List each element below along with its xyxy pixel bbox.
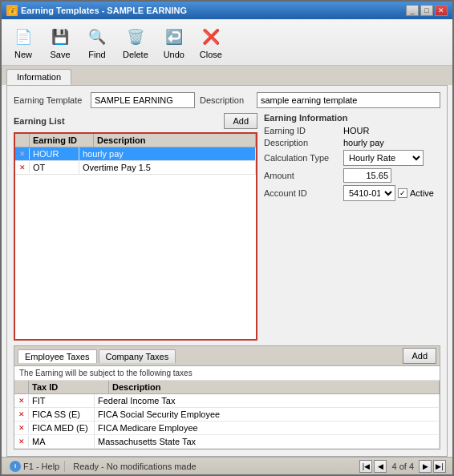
info-calc-label: Calculation Type <box>264 153 340 163</box>
main-content: Earning Template Description Earning Lis… <box>6 85 448 457</box>
nav-last-button[interactable]: ▶| <box>433 460 446 473</box>
earning-desc-cell: Overtime Pay 1.5 <box>79 161 256 174</box>
new-icon: 📄 <box>12 26 34 48</box>
title-bar-left: 💰 Earning Templates - SAMPLE EARNING <box>6 5 187 16</box>
tax-section: Employee Taxes Company Taxes Add The Ear… <box>14 345 440 450</box>
tax-note: The Earning will be subject to the follo… <box>14 366 440 381</box>
undo-button[interactable]: ↩️ Undo <box>157 22 191 63</box>
tax-delete-icon[interactable]: ✕ <box>14 436 29 447</box>
tax-list-item[interactable]: ✕ FIT Federal Income Tax <box>14 394 440 408</box>
tax-id-cell: FIT <box>29 394 95 407</box>
tax-delete-icon[interactable]: ✕ <box>14 395 29 406</box>
info-desc-value: hourly pay <box>343 138 384 147</box>
list-header: Earning ID Description <box>15 134 256 147</box>
app-icon: 💰 <box>6 5 18 16</box>
page-indicator: 4 of 4 <box>388 462 417 471</box>
tax-delete-icon[interactable]: ✕ <box>14 422 29 434</box>
list-item[interactable]: ✕ OT Overtime Pay 1.5 <box>15 161 256 175</box>
tax-id-cell: MA <box>29 435 95 448</box>
account-select[interactable]: 5410-01 <box>343 185 395 201</box>
template-input[interactable] <box>91 92 195 108</box>
status-text: Ready - No modifications made <box>68 462 353 471</box>
nav-prev-button[interactable]: ◀ <box>374 460 387 473</box>
calc-type-select[interactable]: Hourly Rate <box>343 150 424 166</box>
tax-list-item[interactable]: ✕ FICA SS (E) FICA Social Security Emplo… <box>14 408 440 422</box>
save-button[interactable]: 💾 Save <box>43 22 77 63</box>
tab-company-taxes[interactable]: Company Taxes <box>99 349 176 363</box>
list-item[interactable]: ✕ HOUR hourly pay <box>15 147 256 161</box>
help-icon: i <box>10 461 21 472</box>
template-label: Earning Template <box>14 95 86 105</box>
active-checkbox[interactable]: ✓ <box>398 188 407 198</box>
tax-desc-cell: Massachusetts State Tax <box>95 435 440 448</box>
find-label: Find <box>88 50 105 59</box>
tab-employee-taxes[interactable]: Employee Taxes <box>18 349 97 363</box>
info-amount-row: Amount <box>264 168 440 183</box>
nav-controls: |◀ ◀ 4 of 4 ▶ ▶| <box>356 460 449 473</box>
info-earning-id-row: Earning ID HOUR <box>264 126 440 135</box>
delete-button[interactable]: 🗑️ Delete <box>117 22 154 63</box>
help-text: F1 - Help <box>23 462 59 471</box>
col-tax-desc: Description <box>109 381 440 393</box>
tax-delete-icon[interactable]: ✕ <box>14 409 29 420</box>
col-tax-id: Tax ID <box>29 381 109 393</box>
tab-information[interactable]: Information <box>6 69 71 85</box>
info-earning-id-value: HOUR <box>343 126 369 135</box>
minimize-button[interactable]: _ <box>406 5 419 16</box>
earning-list-header: Earning List Add <box>14 113 257 129</box>
find-button[interactable]: 🔍 Find <box>80 22 114 63</box>
amount-input[interactable] <box>343 168 391 183</box>
status-bar: i F1 - Help Ready - No modifications mad… <box>2 457 452 474</box>
nav-next-button[interactable]: ▶ <box>419 460 432 473</box>
desc-input[interactable] <box>257 92 440 108</box>
new-button[interactable]: 📄 New <box>6 22 40 63</box>
undo-icon: ↩️ <box>163 26 185 48</box>
left-panel: Earning List Add Earning ID Description … <box>14 113 257 341</box>
new-label: New <box>14 50 32 59</box>
maximize-button[interactable]: □ <box>420 5 433 16</box>
tax-desc-cell: Federal Income Tax <box>95 394 440 407</box>
tax-tabs: Employee Taxes Company Taxes <box>18 349 176 363</box>
account-row: 5410-01 ✓ Active <box>343 185 434 201</box>
col-description: Description <box>94 134 256 147</box>
info-account-label: Account ID <box>264 188 340 198</box>
close-button[interactable]: ✕ <box>435 5 448 16</box>
tax-add-button[interactable]: Add <box>403 348 436 364</box>
row-delete-icon[interactable]: ✕ <box>15 162 30 173</box>
tax-list-item[interactable]: ✕ FICA MED (E) FICA Medicare Employee <box>14 422 440 435</box>
tax-list-item[interactable]: ✕ MA Massachusetts State Tax <box>14 435 440 449</box>
earning-info-header: Earning Information <box>264 113 440 123</box>
window-title: Earning Templates - SAMPLE EARNING <box>21 6 187 15</box>
tax-desc-cell: FICA Social Security Employee <box>95 408 440 421</box>
info-account-row: Account ID 5410-01 ✓ Active <box>264 185 440 201</box>
toolbar: 📄 New 💾 Save 🔍 Find 🗑️ Delete ↩️ Undo ❌ … <box>2 19 452 66</box>
panels: Earning List Add Earning ID Description … <box>14 113 440 341</box>
nav-first-button[interactable]: |◀ <box>359 460 372 473</box>
earning-info-form: Earning ID HOUR Description hourly pay C… <box>264 126 440 201</box>
tax-id-cell: FICA SS (E) <box>29 408 95 421</box>
tax-id-cell: FICA MED (E) <box>29 422 95 434</box>
right-panel: Earning Information Earning ID HOUR Desc… <box>264 113 440 341</box>
tab-bar: Information <box>2 66 452 85</box>
close-toolbar-label: Close <box>200 50 222 59</box>
earning-id-cell: OT <box>30 161 79 174</box>
earning-info-title: Earning Information <box>264 113 348 123</box>
close-toolbar-icon: ❌ <box>200 26 222 48</box>
info-desc-row: Description hourly pay <box>264 138 440 147</box>
delete-label: Delete <box>123 50 148 59</box>
earning-id-cell: HOUR <box>30 147 79 160</box>
tax-tab-bar: Employee Taxes Company Taxes Add <box>14 346 440 366</box>
info-earning-id-label: Earning ID <box>264 126 340 135</box>
template-row: Earning Template Description <box>14 92 440 108</box>
col-earning-id: Earning ID <box>30 134 94 147</box>
row-delete-icon[interactable]: ✕ <box>15 148 30 159</box>
active-label: Active <box>410 188 434 198</box>
undo-label: Undo <box>164 50 184 59</box>
tax-desc-cell: FICA Medicare Employee <box>95 422 440 434</box>
find-icon: 🔍 <box>86 26 108 48</box>
save-icon: 💾 <box>49 26 71 48</box>
earning-list: Earning ID Description ✕ HOUR hourly pay… <box>14 132 257 341</box>
earning-add-button[interactable]: Add <box>224 113 257 129</box>
close-toolbar-button[interactable]: ❌ Close <box>194 22 228 63</box>
main-window: 💰 Earning Templates - SAMPLE EARNING _ □… <box>0 0 454 476</box>
